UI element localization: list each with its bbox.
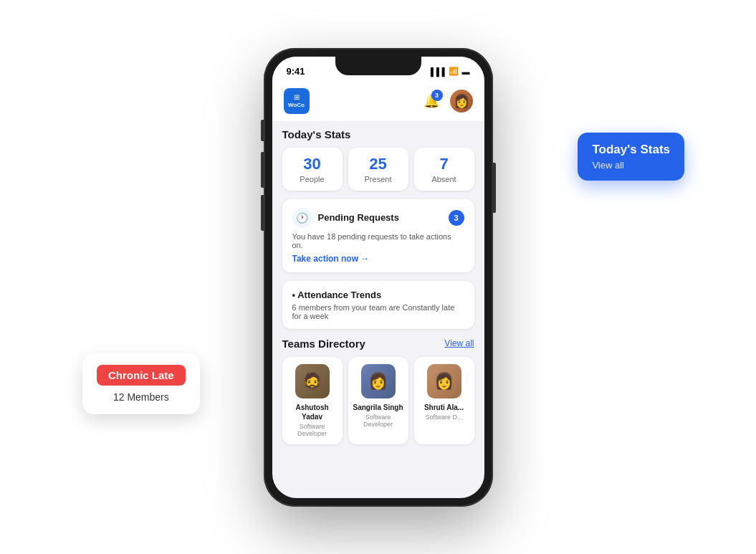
volume-up-button	[261, 120, 264, 141]
attendance-trends-card[interactable]: • Attendance Trends 6 members from your …	[282, 281, 474, 329]
phone-screen: 9:41 ▐▐▐ 📶 ▬ ⊞ WoCo 🔔 3	[272, 57, 484, 498]
stat-people-number: 30	[288, 155, 337, 173]
teams-directory-title: Teams Directory	[282, 338, 365, 350]
trends-title: • Attendance Trends	[292, 290, 464, 300]
member-avatar-1: 🧔	[295, 364, 330, 398]
avatar-2-icon: 👩	[368, 372, 388, 391]
tooltip-view-all[interactable]: View all	[592, 160, 670, 171]
member-name-1: Ashutosh Yadav	[287, 403, 338, 421]
member-avatar-2: 👩	[361, 364, 396, 398]
pending-requests-card[interactable]: 🕐 Pending Requests 3 You have 18 pending…	[282, 199, 474, 272]
stats-row: 30 People 25 Present 7 Absent	[282, 148, 474, 191]
pending-badge: 3	[449, 210, 464, 226]
pending-description: You have 18 pending requests to take act…	[292, 232, 464, 249]
user-avatar[interactable]: 👩	[450, 90, 473, 113]
power-button	[493, 163, 496, 213]
stat-absent-label: Absent	[420, 175, 469, 183]
member-role-2: Software Developer	[353, 414, 404, 428]
status-time: 9:41	[287, 66, 305, 77]
notification-badge: 3	[431, 90, 443, 101]
clock-icon: 🕐	[292, 208, 312, 228]
chronic-late-badge: Chronic Late	[97, 365, 186, 386]
trends-description: 6 members from your team are Constantly …	[292, 303, 464, 320]
team-members-row: 🧔 Ashutosh Yadav Software Developer 👩 Sa…	[282, 357, 474, 444]
logo-text: WoCo	[288, 102, 305, 108]
wifi-icon: 📶	[449, 67, 459, 76]
member-role-3: Software D...	[418, 414, 470, 421]
member-avatar-3: 👩	[427, 364, 461, 398]
member-card-1[interactable]: 🧔 Ashutosh Yadav Software Developer	[282, 357, 343, 444]
member-card-3[interactable]: 👩 Shruti Ala... Software D...	[414, 357, 474, 444]
phone-notch	[335, 57, 421, 75]
tooltip-chronic-late[interactable]: Chronic Late 12 Members	[82, 353, 200, 414]
app-header: ⊞ WoCo 🔔 3 👩	[272, 82, 484, 121]
teams-directory-header: Teams Directory View all	[282, 338, 474, 350]
avatar-3-icon: 👩	[434, 372, 454, 391]
pending-header: 🕐 Pending Requests 3	[292, 208, 464, 228]
teams-view-all[interactable]: View all	[444, 338, 474, 348]
tooltip-stats-label: Today's Stats	[592, 143, 670, 157]
phone-shell: 9:41 ▐▐▐ 📶 ▬ ⊞ WoCo 🔔 3	[264, 48, 493, 507]
battery-icon: ▬	[462, 67, 470, 76]
pending-title: Pending Requests	[318, 212, 399, 223]
tooltip-todays-stats[interactable]: Today's Stats View all	[578, 133, 684, 181]
chronic-members-count: 12 Members	[97, 391, 186, 403]
notification-bell[interactable]: 🔔 3	[420, 90, 443, 113]
app-logo[interactable]: ⊞ WoCo	[284, 88, 310, 114]
stat-present-number: 25	[354, 155, 403, 173]
content-area: Today's Stats 30 People 25 Present 7 Abs…	[272, 121, 484, 498]
pending-title-row: 🕐 Pending Requests	[292, 208, 399, 228]
member-name-3: Shruti Ala...	[418, 403, 470, 412]
volume-down-button	[261, 152, 264, 188]
silent-button	[261, 195, 264, 231]
stat-absent-number: 7	[420, 155, 469, 173]
status-icons: ▐▐▐ 📶 ▬	[428, 67, 469, 76]
stat-card-absent[interactable]: 7 Absent	[414, 148, 474, 191]
scene: Today's Stats View all Chronic Late 12 M…	[0, 0, 756, 554]
take-action-link[interactable]: Take action now →	[292, 254, 464, 264]
signal-icon: ▐▐▐	[428, 67, 444, 76]
member-role-1: Software Developer	[287, 423, 338, 437]
avatar-1-icon: 🧔	[302, 372, 322, 391]
stats-section-title: Today's Stats	[282, 128, 474, 140]
member-name-2: Sangrila Singh	[353, 403, 404, 412]
member-card-2[interactable]: 👩 Sangrila Singh Software Developer	[348, 357, 408, 444]
stat-people-label: People	[288, 175, 337, 183]
logo-icon: ⊞	[294, 93, 300, 101]
header-right: 🔔 3 👩	[420, 90, 473, 113]
stat-card-people[interactable]: 30 People	[282, 148, 343, 191]
stat-present-label: Present	[354, 175, 403, 183]
avatar-image: 👩	[454, 93, 469, 109]
stat-card-present[interactable]: 25 Present	[348, 148, 408, 191]
